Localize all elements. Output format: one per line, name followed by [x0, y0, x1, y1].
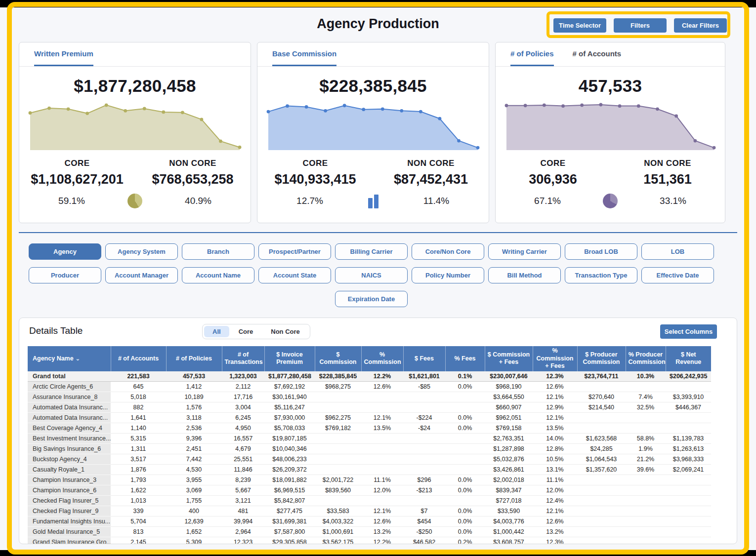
agency-name-cell: Champion Insurance_3: [28, 475, 111, 485]
column-header-invoice-premium[interactable]: $ Invoice Premium: [264, 346, 315, 371]
column-header-of-transactions[interactable]: # of Transactions: [222, 346, 264, 371]
filter-chip-effective-date[interactable]: Effective Date: [641, 267, 714, 283]
segment-all[interactable]: All: [204, 326, 229, 337]
value-cell: 1,755: [166, 496, 222, 506]
tab-of-accounts[interactable]: # of Accounts: [573, 42, 622, 66]
filter-chip-branch[interactable]: Branch: [182, 243, 254, 260]
column-header-fees[interactable]: $ Fees: [403, 346, 445, 371]
non-core-stat: NON CORE151,361: [610, 159, 725, 187]
filter-chip-account-state[interactable]: Account State: [258, 267, 331, 283]
value-cell: 1,876: [111, 465, 166, 475]
filter-chip-account-manager[interactable]: Account Manager: [105, 267, 178, 283]
value-cell: $454: [403, 516, 445, 527]
value-cell: 0.0%: [445, 413, 485, 423]
value-cell: 7.4%: [626, 392, 666, 402]
value-cell: $2,069,241: [666, 465, 711, 475]
column-header-of-accounts[interactable]: # of Accounts: [111, 346, 166, 371]
value-cell: 5,315: [111, 434, 166, 444]
value-cell: 0.0%: [445, 516, 485, 527]
tab-written-premium[interactable]: Written Premium: [34, 42, 93, 66]
core-stat-label: CORE: [19, 159, 135, 168]
top-button-group: Time SelectorFiltersClear Filters: [553, 18, 727, 33]
value-cell: $46,582: [403, 537, 445, 544]
filter-chip-policy-number[interactable]: Policy Number: [412, 267, 484, 283]
value-cell: [361, 496, 403, 506]
tab-base-commission[interactable]: Base Commission: [272, 42, 336, 66]
filter-chip-lob[interactable]: LOB: [641, 243, 714, 260]
filter-chip-writing-carrier[interactable]: Writing Carrier: [488, 243, 561, 260]
value-cell: $10,040,346: [264, 444, 315, 454]
value-cell: [577, 382, 626, 392]
value-cell: 12.0%: [533, 485, 577, 496]
value-cell: -$24: [403, 423, 445, 434]
value-cell: $19,807,185: [264, 434, 315, 444]
filter-chip-billing-carrier[interactable]: Billing Carrier: [335, 243, 408, 260]
bar-chart-icon: [362, 194, 384, 208]
value-cell: [626, 382, 666, 392]
value-cell: [315, 392, 361, 402]
column-header-commission[interactable]: $ Commission: [315, 346, 361, 371]
filter-chip-naics[interactable]: NAICS: [335, 267, 408, 283]
value-cell: [626, 423, 666, 434]
value-cell: [626, 413, 666, 423]
kpi-card-of-policies: # of Policies# of Accounts457,533CORE306…: [495, 42, 725, 223]
value-cell: 2,451: [166, 444, 222, 454]
value-cell: 10.5%: [533, 454, 577, 465]
value-cell: $1,623,568: [577, 434, 626, 444]
value-cell: $1,139,783: [666, 434, 711, 444]
value-cell: $5,032,876: [485, 454, 533, 465]
value-cell: 12.1%: [533, 413, 577, 423]
select-columns-button[interactable]: Select Columns: [660, 324, 717, 339]
section-divider: [19, 232, 737, 233]
value-cell: $33,583: [315, 506, 361, 516]
value-cell: [315, 402, 361, 413]
non-core-stat: NON CORE$87,452,431: [373, 159, 489, 187]
value-cell: $769,182: [315, 423, 361, 434]
value-cell: [626, 527, 666, 537]
column-header-commission-fees[interactable]: % Commission + Fees: [533, 346, 577, 371]
filter-chip-prospect-partner[interactable]: Prospect/Partner: [258, 243, 331, 260]
segment-non-core[interactable]: Non Core: [262, 326, 308, 337]
non-core-stat-label: NON CORE: [610, 159, 725, 168]
column-header-commission[interactable]: % Commission: [361, 346, 403, 371]
filter-chip-account-name[interactable]: Account Name: [182, 267, 254, 283]
value-cell: 1,323,003: [222, 371, 264, 382]
value-cell: 0.0%: [445, 475, 485, 485]
value-cell: $296: [403, 475, 445, 485]
value-cell: [445, 444, 485, 454]
column-header-agency-name[interactable]: Agency Name⌄: [28, 346, 111, 371]
column-header-fees[interactable]: % Fees: [445, 346, 485, 371]
column-header-net-revenue[interactable]: $ Net Revenue: [666, 346, 711, 371]
time-selector-button[interactable]: Time Selector: [553, 18, 606, 33]
kpi-card-base-commission: Base Commission$228,385,845CORE$140,933,…: [257, 42, 489, 223]
value-cell: 339: [111, 506, 166, 516]
filter-chip-expiration-date[interactable]: Expiration Date: [335, 291, 408, 307]
value-cell: [577, 537, 626, 544]
value-cell: 0.0%: [445, 382, 485, 392]
filter-chip-agency[interactable]: Agency: [29, 243, 101, 260]
value-cell: [361, 444, 403, 454]
filter-chip-broad-lob[interactable]: Broad LOB: [565, 243, 637, 260]
value-cell: -$85: [403, 382, 445, 392]
tab-of-policies[interactable]: # of Policies: [510, 42, 554, 66]
value-cell: 12.6%: [533, 382, 577, 392]
value-cell: [445, 496, 485, 506]
column-header-commission-fees[interactable]: $ Commission + Fees: [485, 346, 533, 371]
filter-chip-producer[interactable]: Producer: [29, 267, 101, 283]
column-header-producer-commission[interactable]: $ Producer Commission: [577, 346, 626, 371]
filter-chip-transaction-type[interactable]: Transaction Type: [565, 267, 637, 283]
value-cell: $962,275: [315, 413, 361, 423]
column-header-of-policies[interactable]: # of Policies: [166, 346, 222, 371]
value-cell: 12.1%: [361, 413, 403, 423]
filter-chip-agency-system[interactable]: Agency System: [105, 243, 178, 260]
column-header-producer-commission[interactable]: % Producer Commission: [626, 346, 666, 371]
filters-button[interactable]: Filters: [614, 18, 667, 33]
segment-core[interactable]: Core: [230, 326, 262, 337]
clear-filters-button[interactable]: Clear Filters: [674, 18, 727, 33]
value-cell: 5,018: [111, 392, 166, 402]
filter-chip-core-non-core[interactable]: Core/Non Core: [412, 243, 484, 260]
filter-chip-bill-method[interactable]: Bill Method: [488, 267, 561, 283]
value-cell: [666, 382, 711, 392]
agency-name-cell: Big Savings Insurance_6: [28, 444, 111, 454]
agency-name-cell: Best Coverage Agency_4: [28, 423, 111, 434]
